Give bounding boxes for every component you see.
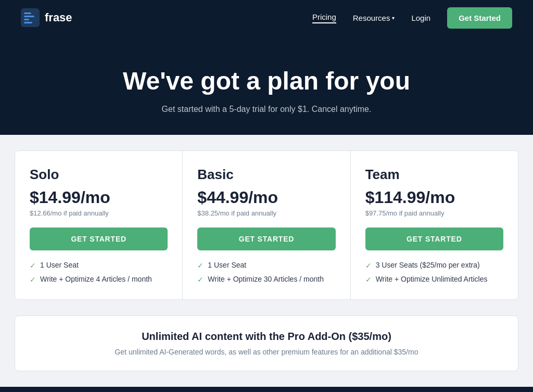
plan-basic-feature-1: ✓ 1 User Seat <box>197 261 335 270</box>
hero-title: We've got a plan for you <box>21 67 512 95</box>
addon-card: Unlimited AI content with the Pro Add-On… <box>15 315 518 371</box>
plan-team-cta[interactable]: GET STARTED <box>365 227 503 250</box>
nav-get-started-button[interactable]: Get Started <box>447 7 512 29</box>
plan-solo-feature-2: ✓ Write + Optimize 4 Articles / month <box>30 275 168 284</box>
svg-rect-1 <box>24 12 31 14</box>
addon-desc: Get unlimited AI-Generated words, as wel… <box>34 348 499 356</box>
check-icon: ✓ <box>30 275 36 284</box>
plan-team: Team $114.99/mo $97.75/mo if paid annual… <box>351 151 518 299</box>
nav-resources[interactable]: Resources ▾ <box>353 14 395 22</box>
plan-basic-features: ✓ 1 User Seat ✓ Write + Optimize 30 Arti… <box>197 261 335 284</box>
check-icon: ✓ <box>30 261 36 270</box>
plan-basic-cta[interactable]: GET STARTED <box>197 227 335 250</box>
plan-basic-price: $44.99/mo <box>197 188 335 207</box>
nav-links: Pricing Resources ▾ Login Get Started <box>312 7 512 29</box>
logo-icon <box>21 8 40 27</box>
plan-team-feature-2: ✓ Write + Optimize Unlimited Articles <box>365 275 503 284</box>
plan-solo-feature-1: ✓ 1 User Seat <box>30 261 168 270</box>
plan-team-annual: $97.75/mo if paid annually <box>365 209 503 217</box>
check-icon: ✓ <box>365 261 372 270</box>
pricing-section: Solo $14.99/mo $12.66/mo if paid annuall… <box>0 135 533 315</box>
plan-solo: Solo $14.99/mo $12.66/mo if paid annuall… <box>15 151 183 299</box>
svg-rect-2 <box>24 16 34 17</box>
check-icon: ✓ <box>197 275 204 284</box>
svg-rect-4 <box>24 22 32 23</box>
plan-solo-annual: $12.66/mo if paid annually <box>30 209 168 217</box>
plan-solo-price: $14.99/mo <box>30 188 168 207</box>
plan-basic: Basic $44.99/mo $38.25/mo if paid annual… <box>183 151 350 299</box>
plan-team-features: ✓ 3 User Seats ($25/mo per extra) ✓ Writ… <box>365 261 503 284</box>
plan-solo-name: Solo <box>30 167 168 183</box>
plan-basic-name: Basic <box>197 167 335 183</box>
chevron-down-icon: ▾ <box>392 15 395 21</box>
plan-basic-annual: $38.25/mo if paid annually <box>197 209 335 217</box>
hero-subtitle: Get started with a 5-day trial for only … <box>21 105 512 114</box>
nav-pricing[interactable]: Pricing <box>312 12 336 23</box>
plan-solo-features: ✓ 1 User Seat ✓ Write + Optimize 4 Artic… <box>30 261 168 284</box>
plan-team-price: $114.99/mo <box>365 188 503 207</box>
plan-solo-cta[interactable]: GET STARTED <box>30 227 168 250</box>
check-icon: ✓ <box>365 275 372 284</box>
plan-team-feature-1: ✓ 3 User Seats ($25/mo per extra) <box>365 261 503 270</box>
svg-rect-0 <box>21 8 40 27</box>
pricing-cards: Solo $14.99/mo $12.66/mo if paid annuall… <box>15 150 518 300</box>
check-icon: ✓ <box>197 261 204 270</box>
nav-login[interactable]: Login <box>411 14 430 22</box>
svg-rect-3 <box>24 19 29 20</box>
navbar: frase Pricing Resources ▾ Login Get Star… <box>0 0 533 35</box>
plan-basic-feature-2: ✓ Write + Optimize 30 Articles / month <box>197 275 335 284</box>
hero-section: We've got a plan for you Get started wit… <box>0 35 533 135</box>
logo[interactable]: frase <box>21 8 72 27</box>
logo-text: frase <box>45 11 72 24</box>
plan-team-name: Team <box>365 167 503 183</box>
addon-title: Unlimited AI content with the Pro Add-On… <box>34 331 499 343</box>
addon-section: Unlimited AI content with the Pro Add-On… <box>0 315 533 387</box>
